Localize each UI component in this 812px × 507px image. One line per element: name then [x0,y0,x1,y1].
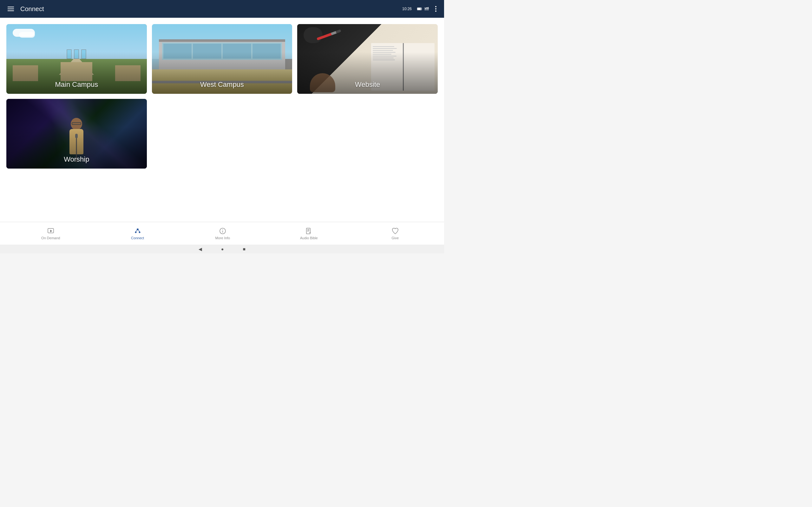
nav-label-audio-bible: Audio Bible [300,236,318,240]
main-content: Main Campus [0,18,444,222]
on-demand-icon [47,227,55,235]
status-time: 10:26 [402,7,412,11]
nav-item-connect[interactable]: Connect [125,226,150,241]
nav-label-on-demand: On Demand [41,236,60,240]
svg-rect-5 [428,7,428,10]
nav-label-more-info: More Info [215,236,230,240]
home-button[interactable]: ● [221,246,223,251]
card-grid-row2: Worship [6,99,438,169]
card-west-campus-label: West Campus [152,75,293,94]
svg-point-9 [135,231,136,233]
app-bar: Connect 10:26 [0,0,444,18]
card-worship-label: Worship [6,150,147,169]
card-website[interactable]: Website [297,24,438,94]
nav-item-more-info[interactable]: More Info [210,226,235,241]
hamburger-line [8,9,14,9]
card-grid-row1: Main Campus [6,24,438,94]
svg-marker-7 [50,230,52,232]
overflow-menu-button[interactable] [433,3,439,14]
bottom-nav: On Demand Connect More Info Audio Bib [0,222,444,245]
give-icon [392,227,399,235]
svg-point-10 [139,231,140,233]
hamburger-line [8,7,14,7]
nav-item-give[interactable]: Give [383,226,408,241]
svg-rect-4 [427,7,427,10]
battery-icon [417,6,422,12]
svg-rect-1 [417,8,421,10]
hamburger-line [8,10,14,11]
back-button[interactable]: ◀ [199,246,202,251]
signal-icon [424,6,429,11]
svg-point-8 [137,228,139,230]
svg-rect-2 [425,8,425,10]
nav-item-on-demand[interactable]: On Demand [36,226,65,241]
nav-label-connect: Connect [131,236,144,240]
card-website-label: Website [297,75,438,94]
nav-label-give: Give [392,236,399,240]
three-dot-icon [435,6,437,12]
card-main-campus-label: Main Campus [6,75,147,94]
audio-bible-icon [305,227,313,235]
card-main-campus[interactable]: Main Campus [6,24,147,94]
hamburger-menu-button[interactable] [5,4,16,14]
card-west-campus[interactable]: West Campus [152,24,293,94]
app-title: Connect [20,5,402,13]
system-nav-bar: ◀ ● ■ [0,245,444,253]
more-info-icon [219,227,226,235]
card-worship[interactable]: Worship [6,99,147,169]
recents-button[interactable]: ■ [243,246,246,251]
connect-icon [134,227,142,235]
nav-item-audio-bible[interactable]: Audio Bible [295,226,323,241]
